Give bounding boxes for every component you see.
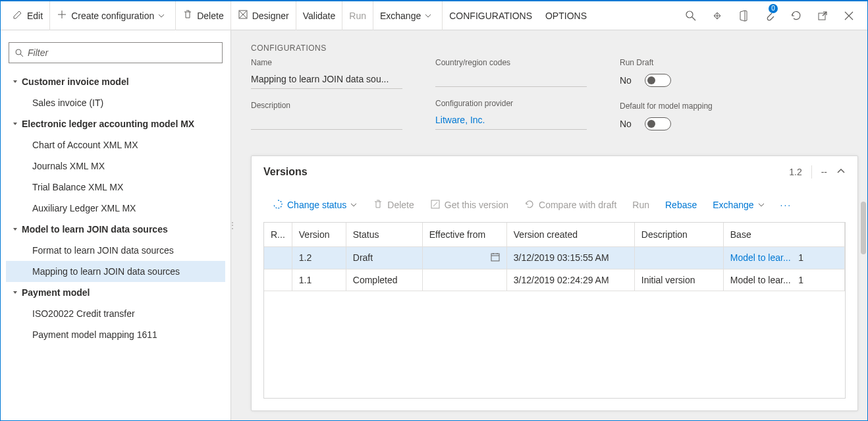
tree-label: Journals XML MX (32, 161, 105, 171)
cell-created[interactable]: 3/12/2019 02:24:29 AM (506, 269, 634, 291)
details-fields: Name Mapping to learn JOIN data sou... D… (231, 55, 867, 155)
close-button[interactable] (836, 1, 862, 30)
table-row[interactable]: 1.1Completed3/12/2019 02:24:29 AMInitial… (264, 269, 845, 291)
change-status-button[interactable]: Change status (265, 194, 365, 215)
trash-icon (373, 199, 383, 211)
validate-button[interactable]: Validate (296, 1, 342, 30)
cell-version[interactable]: 1.1 (292, 269, 346, 291)
rebase-button[interactable]: Rebase (657, 194, 705, 215)
attachments-button[interactable]: 0 (757, 1, 783, 30)
compose-icon (430, 199, 441, 211)
col-effective[interactable]: Effective from (422, 223, 506, 246)
provider-field[interactable]: Litware, Inc. (435, 112, 587, 130)
tree-parent[interactable]: Model to learn JOIN data sources (6, 219, 225, 240)
cell-reviewed[interactable] (264, 246, 292, 269)
popout-icon (817, 10, 828, 22)
cell-status[interactable]: Completed (346, 269, 422, 291)
cell-base[interactable]: Model to lear... 1 (723, 269, 844, 291)
versions-card: Versions 1.2 -- Change status (251, 155, 858, 411)
search-button[interactable] (678, 1, 704, 30)
popout-button[interactable] (809, 1, 836, 30)
table-row[interactable]: 1.2Draft3/12/2019 03:15:55 AMModel to le… (264, 246, 845, 269)
default-mapping-toggle[interactable] (645, 117, 671, 130)
cell-description[interactable]: Initial version (634, 269, 723, 291)
tree-child[interactable]: ISO20022 Credit transfer (6, 303, 225, 324)
tree-child[interactable]: Sales invoice (IT) (6, 92, 225, 113)
tree-label: Customer invoice model (22, 76, 129, 87)
caret-icon (9, 226, 22, 233)
options-button[interactable]: OPTIONS (539, 1, 593, 30)
tree-child[interactable]: Chart of Account XML MX (6, 134, 225, 155)
col-version[interactable]: Version (292, 223, 346, 246)
run-draft-toggle[interactable] (645, 74, 671, 87)
version-exchange-button[interactable]: Exchange (705, 194, 772, 215)
refresh-icon (790, 10, 802, 22)
chevron-up-icon[interactable] (836, 167, 846, 178)
cell-version[interactable]: 1.2 (292, 246, 346, 269)
version-delete-button[interactable]: Delete (365, 194, 421, 215)
pencil-icon (13, 9, 23, 22)
chevron-down-icon (350, 200, 357, 210)
app-window: Edit Create configuration Delete Designe… (0, 0, 868, 421)
tree-parent[interactable]: Payment model (6, 282, 225, 303)
versions-toolbar: Change status Delete Get this version Co… (252, 188, 857, 222)
tree-parent[interactable]: Electronic ledger accounting model MX (6, 113, 225, 134)
tree-child[interactable]: Auxiliary Ledger XML MX (6, 198, 225, 219)
cell-base[interactable]: Model to lear... 1 (723, 246, 844, 269)
create-config-button[interactable]: Create configuration (49, 1, 175, 30)
refresh-button[interactable] (783, 1, 809, 30)
office-icon (738, 10, 749, 22)
svg-point-3 (16, 49, 21, 55)
header-dashes: -- (821, 167, 827, 177)
base-link[interactable]: Model to lear... (730, 275, 791, 285)
description-field[interactable] (251, 114, 402, 130)
grid-header-row: R... Version Status Effective from Versi… (264, 223, 845, 246)
office-button[interactable] (730, 1, 757, 30)
versions-header[interactable]: Versions 1.2 -- (252, 156, 857, 188)
run-button[interactable]: Run (342, 1, 373, 30)
tree-child[interactable]: Mapping to learn JOIN data sources (6, 261, 225, 282)
tree-child[interactable]: Journals XML MX (6, 155, 225, 177)
cell-description[interactable] (634, 246, 723, 269)
tree-label: Trial Balance XML MX (32, 182, 123, 192)
splitter-handle[interactable]: ⋮ (231, 221, 236, 230)
delete-button[interactable]: Delete (175, 1, 230, 30)
compare-button[interactable]: Compare with draft (516, 194, 624, 215)
cell-reviewed[interactable] (264, 269, 292, 291)
col-reviewed[interactable]: R... (264, 223, 292, 246)
edit-button[interactable]: Edit (6, 1, 49, 30)
country-field[interactable] (435, 71, 587, 87)
plus-icon (57, 9, 67, 22)
more-button[interactable]: ··· (773, 194, 800, 215)
cell-effective[interactable] (422, 269, 506, 291)
tree-label: Electronic ledger accounting model MX (22, 119, 194, 129)
chevron-down-icon (425, 11, 431, 21)
name-field[interactable]: Mapping to learn JOIN data sou... (251, 71, 402, 89)
calendar-icon[interactable] (491, 252, 500, 264)
tree-child[interactable]: Payment model mapping 1611 (6, 324, 225, 345)
caret-icon (9, 289, 22, 296)
version-run-button[interactable]: Run (624, 194, 657, 215)
cell-status[interactable]: Draft (346, 246, 422, 269)
get-version-button[interactable]: Get this version (422, 194, 516, 215)
scrollbar-thumb[interactable] (861, 202, 866, 254)
tree-child[interactable]: Format to learn JOIN data sources (6, 240, 225, 261)
trash-icon (182, 9, 193, 22)
close-icon (843, 10, 855, 22)
tiles-button[interactable] (704, 1, 730, 30)
base-link[interactable]: Model to lear... (730, 252, 791, 263)
versions-grid: R... Version Status Effective from Versi… (263, 222, 846, 399)
filter-input[interactable]: Filter (9, 42, 223, 63)
col-description[interactable]: Description (634, 223, 723, 246)
cell-created[interactable]: 3/12/2019 03:15:55 AM (506, 246, 634, 269)
designer-button[interactable]: Designer (231, 1, 296, 30)
col-base[interactable]: Base (723, 223, 844, 246)
tree-parent[interactable]: Customer invoice model (6, 71, 225, 92)
exchange-button[interactable]: Exchange (373, 1, 442, 30)
tree-child[interactable]: Trial Balance XML MX (6, 177, 225, 198)
col-status[interactable]: Status (346, 223, 422, 246)
description-label: Description (251, 101, 402, 110)
col-created[interactable]: Version created (506, 223, 634, 246)
cell-effective[interactable] (422, 246, 506, 269)
configurations-button[interactable]: CONFIGURATIONS (442, 1, 539, 30)
